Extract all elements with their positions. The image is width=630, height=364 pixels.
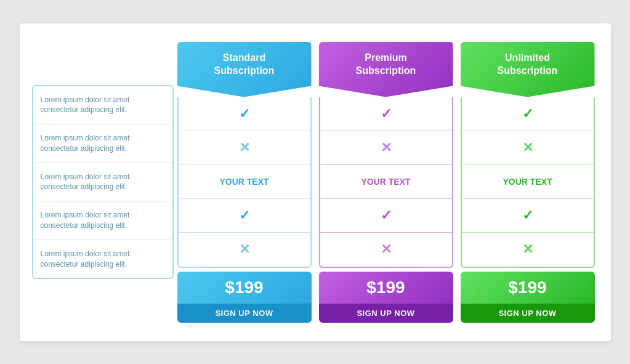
unlimited-row-4: ✕ xyxy=(462,233,594,267)
plan-standard: StandardSubscription ✓✕YOUR TEXT✓✕ $199 … xyxy=(177,42,312,323)
feature-row-3: Lorem ipsum dolor sit amet consectetur a… xyxy=(33,201,172,240)
unlimited-footer: $199 SIGN UP NOW xyxy=(461,272,595,323)
standard-row-2: YOUR TEXT xyxy=(179,165,310,199)
standard-row-3: ✓ xyxy=(179,199,310,233)
unlimited-row-3: ✓ xyxy=(462,199,594,233)
check-icon: ✓ xyxy=(522,208,533,224)
cross-icon: ✕ xyxy=(522,241,533,257)
standard-signup-button[interactable]: SIGN UP NOW xyxy=(177,304,312,323)
unlimited-header: UnlimitedSubscription xyxy=(461,42,595,97)
check-icon: ✓ xyxy=(381,106,392,122)
premium-signup-button[interactable]: SIGN UP NOW xyxy=(319,304,453,323)
feature-row-2: Lorem ipsum dolor sit amet consectetur a… xyxy=(33,163,172,202)
unlimited-row-0: ✓ xyxy=(462,97,594,131)
premium-price: $199 xyxy=(319,272,453,304)
feature-row-0: Lorem ipsum dolor sit amet consectetur a… xyxy=(33,86,172,125)
check-icon: ✓ xyxy=(239,106,250,122)
check-icon: ✓ xyxy=(522,106,533,122)
pricing-wrapper: Lorem ipsum dolor sit amet consectetur a… xyxy=(20,23,611,341)
cross-icon: ✕ xyxy=(381,241,392,257)
standard-body: ✓✕YOUR TEXT✓✕ xyxy=(177,97,312,268)
your-text-label: YOUR TEXT xyxy=(503,177,552,187)
feature-row-1: Lorem ipsum dolor sit amet consectetur a… xyxy=(33,124,172,163)
features-column: Lorem ipsum dolor sit amet consectetur a… xyxy=(32,85,174,280)
plan-premium: PremiumSubscription ✓✕YOUR TEXT✓✕ $199 S… xyxy=(319,42,453,323)
unlimited-row-1: ✕ xyxy=(462,131,594,165)
premium-row-2: YOUR TEXT xyxy=(320,165,452,199)
your-text-label: YOUR TEXT xyxy=(219,177,269,187)
premium-footer: $199 SIGN UP NOW xyxy=(319,272,453,323)
premium-row-1: ✕ xyxy=(320,131,452,165)
standard-price: $199 xyxy=(177,272,312,304)
your-text-label: YOUR TEXT xyxy=(361,177,410,187)
unlimited-price: $199 xyxy=(461,272,595,304)
unlimited-body: ✓✕YOUR TEXT✓✕ xyxy=(461,97,595,268)
cross-icon: ✕ xyxy=(239,140,250,156)
plan-unlimited: UnlimitedSubscription ✓✕YOUR TEXT✓✕ $199… xyxy=(461,42,595,323)
standard-row-1: ✕ xyxy=(179,131,310,165)
premium-body: ✓✕YOUR TEXT✓✕ xyxy=(319,97,453,268)
cross-icon: ✕ xyxy=(381,140,392,156)
standard-footer: $199 SIGN UP NOW xyxy=(177,272,312,323)
cross-icon: ✕ xyxy=(522,140,533,156)
pricing-table: Lorem ipsum dolor sit amet consectetur a… xyxy=(32,42,599,323)
unlimited-row-2: YOUR TEXT xyxy=(462,165,594,199)
premium-row-0: ✓ xyxy=(320,97,452,131)
check-icon: ✓ xyxy=(381,208,392,224)
check-icon: ✓ xyxy=(239,208,250,224)
standard-row-0: ✓ xyxy=(179,97,310,131)
standard-header: StandardSubscription xyxy=(177,42,312,97)
cross-icon: ✕ xyxy=(239,241,250,257)
premium-row-3: ✓ xyxy=(320,199,452,233)
premium-row-4: ✕ xyxy=(320,233,452,267)
standard-row-4: ✕ xyxy=(179,233,310,267)
premium-header: PremiumSubscription xyxy=(319,42,453,97)
unlimited-signup-button[interactable]: SIGN UP NOW xyxy=(461,304,595,323)
feature-row-4: Lorem ipsum dolor sit amet consectetur a… xyxy=(33,240,172,278)
